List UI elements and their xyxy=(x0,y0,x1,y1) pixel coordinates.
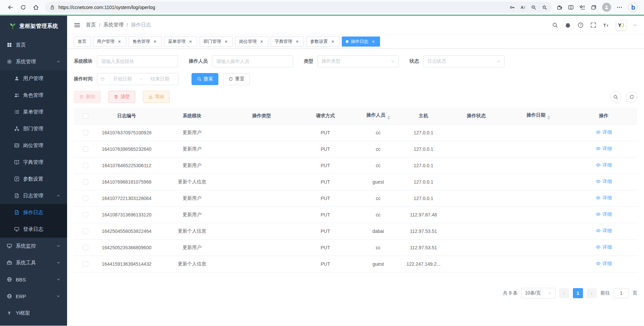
prev-page-button[interactable]: ‹ xyxy=(559,288,569,298)
browser-menu-icon[interactable] xyxy=(616,4,623,10)
next-page-button[interactable]: › xyxy=(587,288,597,298)
browser-refresh-button[interactable] xyxy=(17,2,29,13)
split-screen-icon[interactable] xyxy=(568,4,574,10)
tab-dept-mgmt[interactable]: 部门管理× xyxy=(200,37,233,47)
sidebar-item-dept-mgmt[interactable]: 部门管理 xyxy=(0,120,67,137)
row-checkbox[interactable] xyxy=(83,163,88,168)
sidebar-item-param-settings[interactable]: 参数设置 xyxy=(0,171,67,187)
export-button[interactable]: 导出 xyxy=(143,91,170,103)
sidebar-item-post-mgmt[interactable]: 岗位管理 xyxy=(0,137,67,154)
row-checkbox[interactable] xyxy=(83,179,88,185)
page-size-select[interactable]: 10条/页 xyxy=(521,288,555,299)
sidebar-item-log-mgmt[interactable]: 日志管理 xyxy=(0,187,67,204)
password-key-icon[interactable] xyxy=(509,5,515,10)
sidebar-item-operation-log[interactable]: 操作日志 xyxy=(0,204,67,221)
extensions-icon[interactable] xyxy=(556,4,562,10)
detail-link[interactable]: 详细 xyxy=(596,179,612,185)
browser-profile-avatar[interactable] xyxy=(602,3,611,12)
sidebar-item-login-log[interactable]: 登录日志 xyxy=(0,221,67,238)
row-checkbox[interactable] xyxy=(83,261,88,267)
zoom-out-icon[interactable] xyxy=(531,5,536,10)
detail-link[interactable]: 详细 xyxy=(596,211,612,217)
detail-link[interactable]: 详细 xyxy=(596,195,612,201)
breadcrumb-system-mgmt[interactable]: 系统管理 xyxy=(103,22,123,28)
user-avatar-logo[interactable]: YJ xyxy=(616,20,627,30)
favorites-icon[interactable] xyxy=(579,4,585,10)
sidebar-item-system-mgmt[interactable]: 系统管理 xyxy=(0,53,67,70)
date-range-picker[interactable]: 开始日期 - 结束日期 xyxy=(97,73,179,85)
font-size-button[interactable] xyxy=(603,22,609,28)
tab-operation-log[interactable]: 操作日志× xyxy=(342,37,380,47)
address-bar[interactable]: https://ccnetcore.com:1101/system/log/op… xyxy=(45,2,552,13)
sidebar-collapse-button[interactable] xyxy=(74,22,80,28)
sidebar-item-erp[interactable]: ERP xyxy=(0,288,67,305)
sidebar-item-role-mgmt[interactable]: 角色管理 xyxy=(0,87,67,104)
sidebar-item-menu-mgmt[interactable]: 菜单管理 xyxy=(0,104,67,120)
sidebar-item-home[interactable]: 首页 xyxy=(0,37,67,53)
delete-button[interactable]: 删除 xyxy=(74,91,101,103)
detail-link[interactable]: 详细 xyxy=(596,261,612,267)
tab-close-icon[interactable]: × xyxy=(259,39,264,44)
detail-link[interactable]: 详细 xyxy=(596,146,612,152)
tab-role-mgmt[interactable]: 角色管理× xyxy=(128,37,162,47)
clear-button[interactable]: 清空 xyxy=(108,91,135,103)
tab-close-icon[interactable]: × xyxy=(152,39,158,44)
col-operator[interactable]: 操作人员 xyxy=(356,108,401,124)
github-button[interactable] xyxy=(565,22,571,28)
tab-close-icon[interactable]: × xyxy=(188,39,193,44)
help-button[interactable] xyxy=(578,22,584,28)
browser-back-button[interactable] xyxy=(5,2,16,13)
sidebar-item-system-tools[interactable]: 系统工具 xyxy=(0,254,67,271)
tab-close-icon[interactable]: × xyxy=(223,39,229,44)
tab-close-icon[interactable]: × xyxy=(330,39,335,44)
module-input[interactable] xyxy=(97,55,178,67)
row-checkbox[interactable] xyxy=(83,245,88,250)
detail-link[interactable]: 详细 xyxy=(596,228,612,234)
sidebar-item-system-monitor[interactable]: 系统监控 xyxy=(0,238,67,254)
collections-icon[interactable] xyxy=(591,4,597,10)
tab-post-mgmt[interactable]: 岗位管理× xyxy=(235,37,268,47)
header-search-button[interactable] xyxy=(552,22,558,28)
tab-close-icon[interactable]: × xyxy=(294,39,300,44)
tab-param-settings[interactable]: 参数设置× xyxy=(306,37,339,47)
sidebar-item-user-mgmt[interactable]: 用户管理 xyxy=(0,70,67,87)
sort-icon[interactable] xyxy=(387,116,390,120)
row-checkbox[interactable] xyxy=(83,146,88,152)
reset-button[interactable]: 重置 xyxy=(223,73,250,85)
sidebar-item-dict-mgmt[interactable]: 字典管理 xyxy=(0,154,67,171)
read-aloud-icon[interactable] xyxy=(520,5,526,10)
add-favorite-icon[interactable] xyxy=(542,5,547,10)
page-number-button[interactable]: 1 xyxy=(573,288,583,298)
breadcrumb-home[interactable]: 首页 xyxy=(86,22,96,28)
tab-dict-mgmt[interactable]: 字典管理× xyxy=(271,37,304,47)
status-select[interactable]: 日志状态 xyxy=(423,55,504,67)
sidebar-item-bbs[interactable]: BBS xyxy=(0,271,67,288)
toggle-search-button[interactable] xyxy=(610,91,621,103)
goto-page-input[interactable] xyxy=(613,288,629,298)
fullscreen-button[interactable] xyxy=(590,22,596,28)
select-all-checkbox[interactable] xyxy=(83,113,88,119)
tab-close-icon[interactable]: × xyxy=(371,39,376,44)
detail-link[interactable]: 详细 xyxy=(596,244,612,250)
sidebar-item-yi-framework[interactable]: Yi框架 xyxy=(0,305,67,321)
tab-menu-mgmt[interactable]: 菜单管理× xyxy=(164,37,197,47)
refresh-table-button[interactable] xyxy=(626,91,637,103)
chevron-down-icon[interactable] xyxy=(633,23,637,27)
col-date[interactable]: 操作日期 xyxy=(506,108,570,124)
operator-input[interactable] xyxy=(212,55,293,67)
sort-icon[interactable] xyxy=(547,116,550,120)
row-checkbox[interactable] xyxy=(83,196,88,201)
detail-link[interactable]: 详细 xyxy=(596,129,612,135)
row-checkbox[interactable] xyxy=(83,212,88,217)
row-checkbox[interactable] xyxy=(83,130,88,135)
tab-home[interactable]: 首页 xyxy=(74,37,91,47)
tab-close-icon[interactable]: × xyxy=(117,39,122,44)
detail-link[interactable]: 详细 xyxy=(596,162,612,168)
row-checkbox[interactable] xyxy=(83,229,88,234)
copilot-bing-icon[interactable] xyxy=(628,2,638,12)
browser-home-button[interactable] xyxy=(30,2,42,13)
type-select[interactable]: 操作类型 xyxy=(318,55,399,67)
search-button[interactable]: 搜索 xyxy=(192,73,218,85)
app-logo[interactable]: 意框架管理系统 xyxy=(0,16,67,37)
tab-user-mgmt[interactable]: 用户管理× xyxy=(93,37,126,47)
